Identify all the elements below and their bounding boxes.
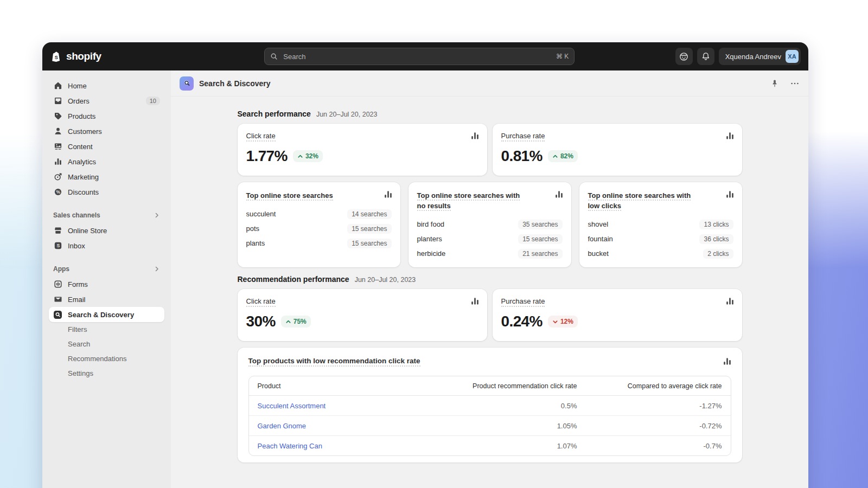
notifications-button[interactable] [697,48,714,65]
shopify-logo[interactable]: S shopify [50,50,173,63]
sidebar-item-home[interactable]: Home [49,78,164,93]
search-purchase-rate-card: Purchase rate 0.81% 82% [493,124,742,176]
product-link[interactable]: Succulent Assortment [258,402,326,410]
change-badge: 32% [293,150,323,162]
mini-chart-icon[interactable] [555,190,563,201]
sidebar-nav: Home Orders 10 Products Customers [42,70,171,488]
search-term: planters [417,235,442,243]
sidebar-subitem-label: Search [68,340,90,348]
sidebar-subitem-settings[interactable]: Settings [49,366,164,381]
user-menu-button[interactable]: Xquenda Andreev XA [719,48,801,65]
search-icon [270,53,278,60]
table-row: Succulent Assortment 0.5% -1.27% [249,396,731,416]
sidebar-item-email[interactable]: Email [49,292,164,307]
mini-chart-icon[interactable] [726,132,734,142]
sidebar-item-products[interactable]: Products [49,108,164,124]
product-link[interactable]: Garden Gnome [258,422,307,430]
sidebar-item-inbox[interactable]: S Inbox [49,238,164,253]
sidebar-item-search-discovery[interactable]: Search & Discovery [49,307,164,322]
metric-value: 0.24% [501,313,542,330]
person-icon [53,127,62,136]
sidebar-item-customers[interactable]: Customers [49,124,164,139]
home-icon [53,81,62,91]
metric-label: Purchase rate [501,297,545,307]
global-search[interactable]: ⌘ K [264,48,575,65]
sidebar-section-sales-channels[interactable]: Sales channels [49,208,164,223]
sidebar-item-label: Forms [68,280,88,288]
sidebar-subitem-label: Settings [68,369,93,377]
caret-up-icon [552,153,558,159]
search-count: 14 searches [347,209,391,219]
sidebar-subitem-filters[interactable]: Filters [49,322,164,337]
search-discovery-app-icon [180,76,194,91]
chevron-right-icon [154,266,160,272]
search-term: fountain [588,235,613,243]
list-title: Top online store searches with no result… [417,190,520,211]
table-row: Peach Watering Can 1.07% -0.7% [249,436,731,456]
column-header-compared: Compared to average click rate [586,376,731,396]
store-avatar-button[interactable] [675,48,693,65]
search-term: plants [246,239,265,247]
list-item: fountain 36 clicks [588,232,733,246]
sidebar-item-orders[interactable]: Orders 10 [49,93,164,108]
sidebar-item-label: Customers [68,127,102,136]
sidebar-item-label: Search & Discovery [68,311,134,319]
brand-wordmark: shopify [66,50,101,62]
sidebar-item-label: Home [68,82,87,90]
sidebar-section-apps[interactable]: Apps [49,261,164,277]
mini-chart-icon[interactable] [384,190,392,201]
shopify-admin-window: S shopify ⌘ K [42,42,808,488]
svg-text:S: S [55,54,58,60]
svg-text:S: S [56,243,60,248]
list-item: succulent 14 searches [246,207,392,221]
mini-chart-icon[interactable] [723,357,731,368]
low-clicks-searches-card: Top online store searches with low click… [579,182,742,267]
sidebar-item-online-store[interactable]: Online Store [49,223,164,238]
product-link[interactable]: Peach Watering Can [258,442,322,450]
sidebar-subitem-recommendations[interactable]: Recommendations [49,351,164,366]
sidebar-item-discounts[interactable]: % Discounts [49,184,164,200]
sidebar-subitem-search[interactable]: Search [49,337,164,351]
search-shortcut: ⌘ K [556,53,569,60]
mini-chart-icon[interactable] [471,132,479,142]
change-badge: 12% [548,316,578,328]
mini-chart-icon[interactable] [726,190,734,201]
caret-up-icon [285,319,291,325]
sidebar-item-label: Content [68,143,93,151]
target-icon [53,172,62,182]
sidebar-item-content[interactable]: Content [49,139,164,154]
media-icon [53,142,62,151]
change-badge: 75% [281,316,311,328]
pin-icon[interactable] [770,79,779,88]
content-scroll-area[interactable]: Search performance Jun 20–Jul 20, 2023 C… [171,97,808,488]
list-item: shovel 13 clicks [588,217,733,232]
sidebar-subitem-label: Recommendations [68,355,126,363]
rec-click-rate-card: Click rate 30% 75% [238,289,487,341]
change-badge: 82% [548,150,578,162]
sidebar-item-analytics[interactable]: Analytics [49,154,164,169]
click-count: 13 clicks [699,220,733,229]
search-input[interactable] [282,52,552,61]
discount-icon: % [53,188,62,197]
sidebar-item-label: Marketing [68,173,99,181]
rec-purchase-rate-card: Purchase rate 0.24% 12% [493,289,742,341]
list-item: plants 15 searches [246,236,392,251]
sidebar-item-label: Online Store [68,227,107,235]
sidebar-item-forms[interactable]: Forms [49,277,164,292]
search-term: herbicide [417,249,446,258]
search-performance-header: Search performance Jun 20–Jul 20, 2023 [238,110,742,118]
compared-value: -1.27% [586,396,731,416]
caret-up-icon [297,153,303,159]
compared-value: -0.72% [586,416,731,436]
products-table: Product Product recommendation click rat… [248,376,731,456]
mini-chart-icon[interactable] [726,297,734,307]
sidebar-item-marketing[interactable]: Marketing [49,169,164,184]
forms-icon [53,280,62,289]
orders-count-badge: 10 [146,97,160,105]
more-options-icon[interactable] [790,79,800,88]
section-label: Apps [53,265,69,273]
mini-chart-icon[interactable] [471,297,479,307]
metric-value: 30% [246,313,276,330]
click-count: 36 clicks [699,234,733,244]
date-range: Jun 20–Jul 20, 2023 [316,111,378,118]
